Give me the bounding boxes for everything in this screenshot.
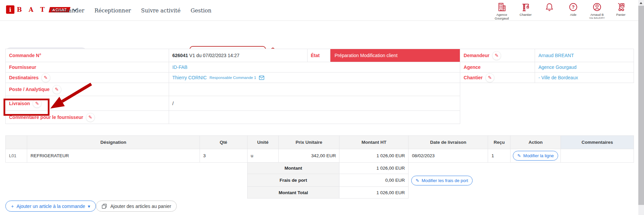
- commentaire-value: [169, 111, 460, 124]
- order-lines-table: Désignation Qté Unité Prix Unitaire Mont…: [5, 135, 634, 199]
- logo-i-mark: i: [6, 5, 14, 14]
- chantier-button[interactable]: Chantier: [516, 2, 535, 20]
- order-info-table: Commande N° 626041 V1 du 07/02/2023 14:2…: [5, 49, 634, 124]
- scroll-up-arrow[interactable]: [640, 2, 642, 4]
- info-row-fournisseur: Fournisseur ID-FAB Agence Agence Gourgau…: [5, 62, 634, 73]
- envelope-icon[interactable]: [259, 76, 264, 80]
- edit-demandeur-button[interactable]: ✎: [492, 51, 501, 60]
- chantier-label: Chantier: [520, 13, 532, 16]
- panier-button[interactable]: Panier: [611, 2, 631, 20]
- pencil-icon: ✎: [55, 87, 59, 92]
- line-qte: 3: [200, 149, 248, 163]
- user-sublabel: Via BAUDRY: [589, 16, 605, 19]
- toolbar: ‹ Retour à la liste des commandes Comman…: [0, 21, 644, 44]
- livraison-label: Livraison: [9, 101, 30, 106]
- info-row-commande: Commande N° 626041 V1 du 07/02/2023 14:2…: [5, 49, 634, 62]
- menu-item-suivre-activite[interactable]: Suivre activité: [141, 7, 181, 14]
- poste-analytique-label: Poste / Analytique: [9, 87, 50, 92]
- info-row-destinataires: Destinataires ✎ Thierry CORNIC Responsab…: [5, 73, 634, 83]
- summary-row-frais: Frais de port 0,00 EUR ✎ Modifier les fr…: [247, 174, 634, 187]
- modify-frais-button[interactable]: ✎ Modifier les frais de port: [411, 176, 473, 185]
- fournisseur-value[interactable]: ID-FAB: [172, 64, 187, 70]
- summary-frais-label: Frais de port: [247, 174, 339, 187]
- line-date-livraison: 08/02/2023: [409, 149, 488, 163]
- edit-commentaire-button[interactable]: ✎: [86, 113, 95, 122]
- header-designation: Désignation: [27, 136, 200, 149]
- pencil-icon: ✎: [416, 178, 419, 183]
- header-action: Action: [511, 136, 561, 149]
- header-recu: Reçu: [488, 136, 511, 149]
- pencil-icon: ✎: [35, 101, 39, 106]
- chantier-value[interactable]: - Ville de Bordeaux: [538, 75, 578, 80]
- table-row: L01 REFRIGERATEUR 3 u 342,00 EUR 1 026,0…: [5, 149, 634, 163]
- edit-poste-button[interactable]: ✎: [52, 85, 61, 94]
- pencil-icon: ✎: [488, 75, 492, 80]
- vertical-scrollbar[interactable]: [638, 0, 644, 215]
- table-header-row: Désignation Qté Unité Prix Unitaire Mont…: [5, 135, 634, 149]
- user-label: Arnaud B: [590, 13, 604, 16]
- user-button[interactable]: Arnaud B Via BAUDRY: [587, 2, 607, 20]
- header-qte: Qté: [200, 136, 248, 149]
- poste-value: [169, 83, 460, 96]
- edit-destinataires-button[interactable]: ✎: [41, 73, 50, 82]
- menu-item-receptionner[interactable]: Réceptionner: [94, 7, 131, 14]
- summary-row-montant: Montant 1 026,00 EUR: [247, 163, 634, 174]
- header-prix-unitaire: Prix Unitaire: [279, 136, 340, 149]
- destinataire-role: Responsable Commande 1: [209, 76, 256, 80]
- commande-value: 626041 V1 du 07/02/2023 14:27: [172, 53, 239, 58]
- aide-button[interactable]: ? Aide: [564, 2, 583, 20]
- etat-label: État: [311, 53, 320, 58]
- line-montant-ht: 1 026,00 EUR: [339, 149, 409, 163]
- logo-bat-text: B A T: [17, 6, 47, 13]
- edit-livraison-button[interactable]: ✎: [33, 99, 42, 108]
- add-to-panier-button[interactable]: Ajouter des articles au panier: [96, 201, 177, 212]
- cart-icon: [616, 2, 626, 12]
- menu-item-gestion[interactable]: Gestion: [191, 7, 211, 14]
- line-commentaires: [561, 149, 634, 163]
- svg-text:?: ?: [572, 5, 575, 10]
- line-designation: REFRIGERATEUR: [27, 149, 200, 163]
- agence-label: Agence: [464, 64, 481, 70]
- info-row-livraison: Livraison ✎ /: [5, 96, 460, 111]
- summary-montant-label: Montant: [247, 163, 339, 174]
- line-recu: 1: [488, 149, 511, 163]
- summary-frais-value: 0,00 EUR: [339, 174, 409, 187]
- commentaire-fournisseur-label: Commentaire pour le fournisseur: [9, 115, 83, 120]
- line-unite: u: [248, 149, 279, 163]
- add-article-button[interactable]: + Ajouter un article à la commande ▾: [5, 201, 96, 212]
- agence-value[interactable]: Agence Gourgaud: [538, 64, 577, 70]
- quick-icons: Agence Gourgaud Chantier: [492, 2, 631, 20]
- demandeur-value[interactable]: Arnaud BREANT: [538, 53, 574, 58]
- header-code: [6, 136, 27, 149]
- copy-icon: [102, 204, 107, 209]
- caret-down-icon: ▾: [88, 204, 90, 209]
- notifications-button[interactable]: [540, 2, 559, 20]
- destinataire-name[interactable]: Thierry CORNIC: [172, 75, 207, 80]
- modify-line-button[interactable]: ✎ Modifier la ligne: [513, 151, 558, 161]
- agency-building-icon: [497, 2, 507, 12]
- chantier-label: Chantier: [464, 75, 483, 80]
- pencil-icon: ✎: [44, 75, 48, 80]
- plus-icon: +: [11, 204, 14, 209]
- header-montant-ht: Montant HT: [339, 136, 409, 149]
- page: i B A T ACHAT Commander Réceptionner Sui…: [0, 0, 644, 215]
- scrollbar-thumb[interactable]: [638, 6, 644, 205]
- help-icon: ?: [568, 2, 578, 12]
- line-prix-unitaire: 342,00 EUR: [279, 149, 340, 163]
- summary-row-total: Montant Total 1 026,00 EUR: [247, 187, 634, 199]
- menu-item-commander[interactable]: Commander: [51, 7, 84, 14]
- pencil-icon: ✎: [517, 153, 521, 158]
- agence-button[interactable]: Agence Gourgaud: [492, 2, 512, 20]
- main-menu: Commander Réceptionner Suivre activité G…: [51, 0, 211, 21]
- fournisseur-label: Fournisseur: [9, 64, 36, 70]
- header-date-livraison: Date de livraison: [409, 136, 488, 149]
- pencil-icon: ✎: [89, 115, 93, 120]
- aide-label: Aide: [570, 13, 576, 16]
- commande-label: Commande N°: [9, 53, 41, 58]
- livraison-value: /: [172, 101, 174, 106]
- edit-chantier-button[interactable]: ✎: [485, 73, 494, 82]
- destinataires-label: Destinataires: [9, 75, 39, 80]
- header-unite: Unité: [248, 136, 279, 149]
- header-commentaires: Commentaires: [561, 136, 634, 149]
- summary-montant-value: 1 026,00 EUR: [339, 163, 409, 174]
